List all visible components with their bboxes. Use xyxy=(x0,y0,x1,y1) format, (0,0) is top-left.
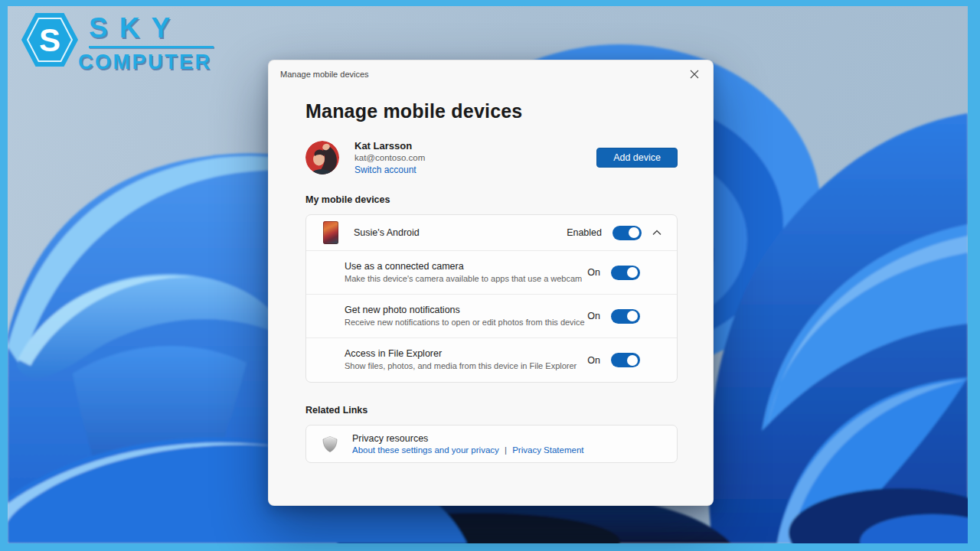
account-name: Kat Larsson xyxy=(354,140,425,152)
privacy-statement-link[interactable]: Privacy Statement xyxy=(512,445,583,455)
close-icon xyxy=(690,70,699,79)
privacy-settings-link[interactable]: About these settings and your privacy xyxy=(352,445,499,455)
option-state-label: On xyxy=(587,355,600,366)
toggle-knob xyxy=(627,267,638,278)
option-description: Show files, photos, and media from this … xyxy=(345,360,587,372)
brand-text-top: SKY xyxy=(89,14,214,42)
device-name: Susie's Android xyxy=(354,227,420,238)
privacy-resources-card: Privacy resources About these settings a… xyxy=(305,425,678,463)
option-row-camera: Use as a connected camera Make this devi… xyxy=(306,251,677,295)
page-title: Manage mobile devices xyxy=(305,100,678,122)
option-description: Receive new notifications to open or edi… xyxy=(345,317,587,328)
collapse-chevron[interactable] xyxy=(652,230,662,236)
device-enabled-toggle[interactable] xyxy=(612,226,642,240)
manage-mobile-devices-dialog: Manage mobile devices Manage mobile devi… xyxy=(268,60,714,506)
hexagon-s-logo-icon: S xyxy=(21,11,78,69)
account-email: kat@contoso.com xyxy=(354,153,425,162)
option-title: Use as a connected camera xyxy=(345,261,587,272)
option-state-label: On xyxy=(587,267,600,278)
switch-account-link[interactable]: Switch account xyxy=(354,165,425,175)
option-description: Make this device's camera available to a… xyxy=(345,273,587,285)
option-title: Access in File Explorer xyxy=(345,348,587,359)
device-state-label: Enabled xyxy=(567,227,602,238)
sky-computer-watermark: S SKY COMPUTER xyxy=(21,11,214,73)
device-header-row[interactable]: Susie's Android Enabled xyxy=(306,215,677,251)
notifications-toggle[interactable] xyxy=(611,309,640,324)
avatar xyxy=(305,141,339,174)
option-row-notifications: Get new photo notifications Receive new … xyxy=(306,295,677,338)
shield-icon xyxy=(322,435,338,453)
toggle-knob xyxy=(629,227,639,238)
option-row-file-explorer: Access in File Explorer Show files, phot… xyxy=(306,338,677,382)
svg-text:S: S xyxy=(39,22,60,58)
camera-toggle[interactable] xyxy=(611,266,640,280)
dialog-titlebar: Manage mobile devices xyxy=(269,60,713,81)
add-device-button[interactable]: Add device xyxy=(596,148,678,168)
brand-text-bottom: COMPUTER xyxy=(78,52,214,73)
related-links-label: Related Links xyxy=(305,405,678,416)
option-title: Get new photo notifications xyxy=(345,305,587,315)
avatar-photo xyxy=(305,141,339,174)
phone-thumbnail xyxy=(323,221,338,244)
brand-underline xyxy=(89,46,214,48)
devices-section-label: My mobile devices xyxy=(305,194,678,205)
toggle-knob xyxy=(627,355,638,366)
file-explorer-toggle[interactable] xyxy=(611,353,640,367)
close-button[interactable] xyxy=(688,67,701,81)
chevron-up-icon xyxy=(652,230,662,236)
privacy-title: Privacy resources xyxy=(352,433,584,444)
option-state-label: On xyxy=(587,311,600,321)
link-separator: | xyxy=(505,445,507,455)
device-card: Susie's Android Enabled Use as a connect… xyxy=(305,214,678,383)
account-row: Kat Larsson kat@contoso.com Switch accou… xyxy=(305,140,678,175)
toggle-knob xyxy=(627,311,638,321)
window-title: Manage mobile devices xyxy=(280,70,369,79)
